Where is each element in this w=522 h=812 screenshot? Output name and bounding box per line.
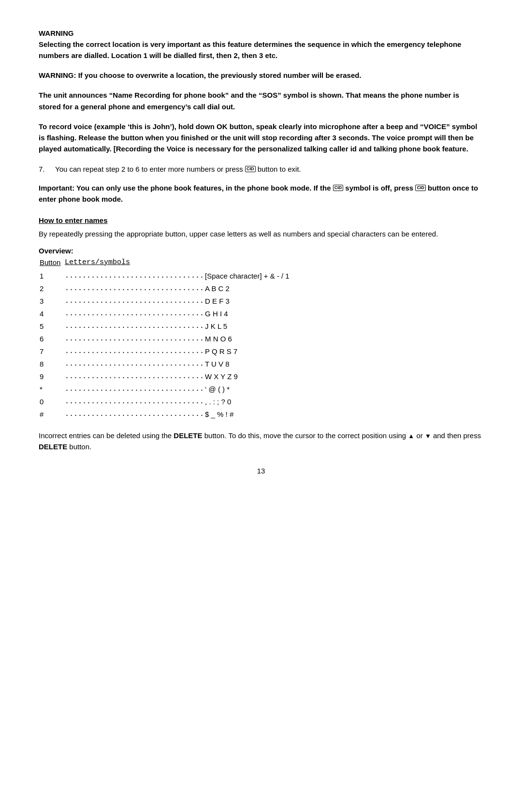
footer-text-1: Incorrect entries can be deleted using t… (39, 431, 174, 440)
table-row: 0 ................................ , . :… (40, 396, 482, 408)
dots-3: ................................ (65, 295, 204, 307)
btn-2: 2 (40, 283, 64, 295)
btn-4: 4 (40, 308, 64, 320)
down-arrow-icon: ▼ (425, 431, 431, 441)
value-0: , . : ; ? 0 (205, 396, 482, 408)
table-row: 8 ................................ T U V… (40, 358, 482, 370)
value-4: G H I 4 (205, 308, 482, 320)
overview-table: Button Letters/symbols 1 ...............… (39, 256, 483, 421)
table-row: 3 ................................ D E F… (40, 295, 482, 307)
paragraph-1: The unit announces “Name Recording for p… (39, 89, 483, 112)
value-star: ‘ @ ( ) * (205, 384, 482, 395)
table-row: 6 ................................ M N O… (40, 333, 482, 345)
footer-text-3: and then press (431, 431, 481, 440)
table-row: 9 ................................ W X Y… (40, 371, 482, 383)
warning-block-2: WARNING: If you choose to overwrite a lo… (39, 70, 483, 81)
how-to-enter-names-heading: How to enter names (39, 216, 483, 224)
dots-star: ................................ (65, 384, 204, 395)
dots-6: ................................ (65, 333, 204, 345)
btn-1: 1 (40, 270, 64, 282)
value-5: J K L 5 (205, 321, 482, 332)
btn-hash: # (40, 409, 64, 420)
dots-1: ................................ (65, 270, 204, 282)
step-7-text: You can repeat step 2 to 6 to enter more… (55, 163, 301, 175)
col-header-spacer (205, 257, 482, 269)
col-header-letters: Letters/symbols (65, 257, 204, 269)
footer-delete-bold-2: DELETE (39, 443, 67, 451)
footer-paragraph: Incorrect entries can be deleted using t… (39, 430, 483, 453)
col-header-button: Button (40, 257, 64, 269)
overview-label: Overview: (39, 247, 483, 255)
table-row: 1 ................................ [Spac… (40, 270, 482, 282)
table-row: 5 ................................ J K L… (40, 321, 482, 332)
table-row: 4 ................................ G H I… (40, 308, 482, 320)
step-7-number: 7. (39, 163, 51, 175)
dots-0: ................................ (65, 396, 204, 408)
btn-star: * (40, 384, 64, 395)
table-row: 7 ................................ P Q R… (40, 346, 482, 357)
btn-8: 8 (40, 358, 64, 370)
dots-5: ................................ (65, 321, 204, 332)
footer-or-text: or (416, 431, 422, 440)
btn-9: 9 (40, 371, 64, 383)
dots-4: ................................ (65, 308, 204, 320)
btn-3: 3 (40, 295, 64, 307)
dots-8: ................................ (65, 358, 204, 370)
value-2: A B C 2 (205, 283, 482, 295)
footer-text-4: button. (67, 443, 91, 451)
dots-hash: ................................ (65, 409, 204, 420)
btn-6: 6 (40, 333, 64, 345)
dots-2: ................................ (65, 283, 204, 295)
value-9: W X Y Z 9 (205, 371, 482, 383)
table-row: # ................................ $ _ %… (40, 409, 482, 420)
value-6: M N O 6 (205, 333, 482, 345)
important-paragraph: Important: You can only use the phone bo… (39, 182, 483, 205)
paragraph-2: To record voice (example ‘this is John’)… (39, 121, 483, 155)
value-hash: $ _ % ! # (205, 409, 482, 420)
how-to-enter-names-text: By repeatedly pressing the appropriate b… (39, 228, 483, 239)
btn-7: 7 (40, 346, 64, 357)
page-number: 13 (39, 467, 483, 475)
btn-5: 5 (40, 321, 64, 332)
value-8: T U V 8 (205, 358, 482, 370)
value-7: P Q R S 7 (205, 346, 482, 357)
cid-icon-important-2: CID (415, 185, 426, 191)
cid-icon-important-1: CID (333, 185, 344, 191)
dots-7: ................................ (65, 346, 204, 357)
btn-0: 0 (40, 396, 64, 408)
warning-title-1: WARNING (39, 29, 483, 37)
cid-icon-step7: CID (245, 166, 256, 172)
value-1: [Space character] + & - / 1 (205, 270, 482, 282)
dots-9: ................................ (65, 371, 204, 383)
up-arrow-icon: ▲ (408, 431, 414, 441)
footer-text-2: button. To do this, move the cursor to t… (203, 431, 408, 440)
table-row: 2 ................................ A B C… (40, 283, 482, 295)
value-3: D E F 3 (205, 295, 482, 307)
warning-text-1: Selecting the correct location is very i… (39, 39, 483, 61)
table-header-row: Button Letters/symbols (40, 257, 482, 269)
footer-delete-bold-1: DELETE (174, 431, 202, 440)
table-row: * ................................ ‘ @ (… (40, 384, 482, 395)
warning-block-1: WARNING Selecting the correct location i… (39, 29, 483, 61)
